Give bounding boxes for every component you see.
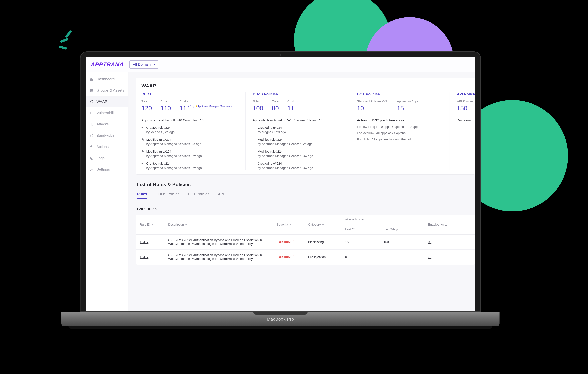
stat-head-bot: BOT Policies bbox=[357, 92, 442, 96]
rule-link[interactable]: rule#224 bbox=[158, 126, 170, 129]
api-policies-label: API Policies bbox=[457, 99, 475, 103]
svg-rect-3 bbox=[92, 79, 93, 81]
tab-rules[interactable]: Rules bbox=[137, 190, 147, 198]
rule-link[interactable]: rule#224 bbox=[270, 150, 283, 153]
domain-selector-label: All Domain bbox=[133, 62, 151, 67]
list-title: List of Rules & Policies bbox=[136, 182, 475, 190]
laptop-base: MacBook Pro bbox=[61, 312, 500, 326]
rule-link[interactable]: rule#224 bbox=[159, 138, 171, 142]
sidebar-item-actions[interactable]: Actions bbox=[86, 141, 128, 153]
col-attacks-blocked: Attacks blocked bbox=[341, 215, 424, 224]
ddos-core-label: Core bbox=[272, 99, 279, 103]
sidebar-item-label: Settings bbox=[96, 167, 110, 172]
col-rule-id[interactable]: Rule ID bbox=[140, 223, 150, 226]
ddos-activity-list: Created rule#224by Megha C, 2d ago Modif… bbox=[253, 126, 343, 170]
table-row[interactable]: 10477 CVE-2023-28121 Authentication Bypa… bbox=[136, 235, 475, 250]
activity-item: ✎ Modified rule#224by Apptrana Managed S… bbox=[141, 149, 238, 158]
rule-link[interactable]: rule#224 bbox=[270, 162, 282, 165]
activity-item: ✎ Modified rule#224by Apptrana Managed S… bbox=[141, 138, 238, 146]
filter-icon[interactable]: ≡ bbox=[185, 223, 187, 226]
filter-icon[interactable]: ≡ bbox=[152, 223, 153, 226]
plus-icon: + bbox=[141, 126, 144, 130]
col-description[interactable]: Description bbox=[168, 223, 184, 226]
wrench-icon bbox=[90, 167, 94, 172]
activity-item: + Created rule#224by Apptrana Managed Se… bbox=[141, 161, 238, 170]
sidebar-item-vulnerabilities[interactable]: Vulnerabilities bbox=[86, 107, 128, 119]
rule-category: Blacklisting bbox=[304, 235, 341, 250]
sidebar-item-groups-assets[interactable]: Groups & Assets bbox=[86, 85, 128, 96]
attacks-7d: 0 bbox=[379, 250, 424, 264]
domain-selector[interactable]: All Domain bbox=[129, 60, 159, 69]
rule-link[interactable]: rule#224 bbox=[158, 162, 170, 165]
svg-rect-10 bbox=[90, 112, 93, 114]
dashboard-icon bbox=[90, 77, 94, 81]
rules-list-section: List of Rules & Policies Rules DDOS Polc… bbox=[136, 182, 475, 264]
gear-icon bbox=[90, 156, 94, 160]
rule-id-link[interactable]: 10477 bbox=[140, 255, 148, 259]
rules-total-value: 120 bbox=[141, 105, 152, 112]
table-row[interactable]: 10477 CVE-2023-28121 Authentication Bypa… bbox=[136, 250, 475, 264]
rule-link[interactable]: rule#224 bbox=[270, 138, 283, 142]
attacks-24h: 0 bbox=[341, 250, 380, 264]
ddos-switched-off: Apps which switched off 5-10 System Poli… bbox=[253, 118, 343, 122]
bot-action-head: Action on BOT prediction score bbox=[357, 118, 442, 122]
gear-icon bbox=[90, 145, 94, 149]
ddos-core-value: 80 bbox=[272, 105, 279, 112]
stat-head-ddos: DDoS Policies bbox=[253, 92, 343, 96]
sidebar-item-dashboard[interactable]: Dashboard bbox=[86, 73, 128, 85]
col-last7[interactable]: Last 7days bbox=[379, 224, 424, 235]
svg-point-9 bbox=[90, 91, 91, 91]
sidebar-item-label: Groups & Assets bbox=[96, 88, 124, 93]
api-discovered-label: Discovered bbox=[457, 118, 475, 122]
pencil-icon: ✎ bbox=[141, 138, 144, 142]
rule-link[interactable]: rule#224 bbox=[270, 126, 282, 129]
waap-title: WAAP bbox=[136, 78, 475, 92]
sidebar-item-logs[interactable]: Logs bbox=[86, 153, 128, 164]
svg-rect-0 bbox=[90, 78, 92, 79]
svg-point-16 bbox=[91, 146, 92, 147]
list-icon bbox=[90, 88, 94, 93]
brand-logo: APPTRANA bbox=[91, 61, 124, 68]
filter-icon[interactable]: ≡ bbox=[289, 223, 291, 226]
stat-head-rules: Rules bbox=[141, 92, 238, 96]
tab-ddos[interactable]: DDOS Polcies bbox=[156, 190, 179, 198]
col-severity[interactable]: Severity bbox=[277, 223, 288, 226]
sidebar-item-label: WAAP bbox=[96, 99, 107, 104]
rules-core-label: Core bbox=[160, 99, 171, 103]
sidebar-item-bandwidth[interactable]: Bandwidth bbox=[86, 130, 128, 141]
svg-point-7 bbox=[90, 89, 91, 89]
svg-line-15 bbox=[92, 135, 92, 135]
tab-api[interactable]: API bbox=[218, 190, 224, 198]
sidebar-item-settings[interactable]: Settings bbox=[86, 164, 128, 175]
laptop-camera-icon bbox=[279, 54, 282, 56]
filter-icon[interactable]: ≡ bbox=[322, 223, 324, 226]
tab-bot[interactable]: BOT Policies bbox=[188, 190, 209, 198]
table-subhead: Core Rules bbox=[136, 203, 475, 215]
col-enabled[interactable]: Enabled for a bbox=[424, 215, 475, 235]
bot-std-label: Standard Policies ON bbox=[357, 99, 387, 103]
enabled-link[interactable]: 70 bbox=[428, 255, 431, 259]
laptop-frame: APPTRANA All Domain Dashboard Groups & A… bbox=[80, 51, 481, 329]
attacks-7d: 150 bbox=[379, 235, 424, 250]
rule-link[interactable]: rule#224 bbox=[159, 150, 171, 153]
sidebar-item-label: Actions bbox=[96, 144, 109, 149]
rules-table: Rule ID≡ Description≡ Severity≡ Category… bbox=[136, 215, 475, 264]
activity-item: Modified rule#224by Apptrana Managed Ser… bbox=[253, 149, 343, 158]
svg-rect-2 bbox=[90, 79, 92, 81]
rules-switched-off: Apps which switched off 5-10 Core rules … bbox=[141, 118, 238, 122]
plus-icon: + bbox=[141, 161, 144, 166]
rule-id-link[interactable]: 10477 bbox=[140, 240, 148, 244]
sidebar-item-waap[interactable]: WAAP bbox=[86, 96, 128, 107]
shield-icon bbox=[90, 99, 94, 104]
svg-point-18 bbox=[90, 157, 93, 160]
bot-info-high: For High : All apps are blocking the bot bbox=[357, 138, 442, 141]
sidebar-item-attacks[interactable]: Attacks bbox=[86, 119, 128, 130]
activity-item: Created rule#224by Apptrana Managed Serv… bbox=[253, 161, 343, 170]
sidebar-item-label: Bandwidth bbox=[96, 133, 114, 138]
waap-summary-card: WAAP Rules Total 120 bbox=[136, 78, 475, 175]
col-category[interactable]: Category bbox=[308, 223, 321, 226]
enabled-link[interactable]: 08 bbox=[428, 240, 431, 244]
col-last24[interactable]: Last 24h bbox=[341, 224, 380, 235]
api-policies-value: 150 bbox=[457, 105, 475, 112]
sidebar-item-label: Vulnerabilities bbox=[96, 111, 119, 115]
